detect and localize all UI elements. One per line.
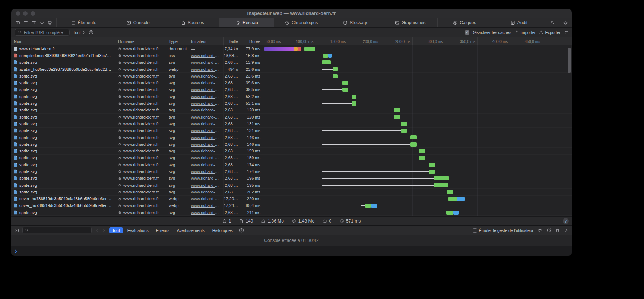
console-prompt-input[interactable] [11,246,572,256]
table-row[interactable]: sprite.svgwww.richard-dern.frsvgwww.rich… [11,93,572,100]
initiator-link[interactable]: www.richard-d… [191,163,221,167]
table-row[interactable]: sprite.svgwww.richard-dern.frsvgwww.rich… [11,59,572,66]
vertical-scrollbar[interactable] [568,46,571,215]
initiator-link[interactable]: www.richard-d… [191,135,221,140]
clear-network-button[interactable] [564,30,568,35]
console-tab-tout[interactable]: Tout [109,227,123,233]
table-row[interactable]: sprite.svgwww.richard-dern.frsvgwww.rich… [11,114,572,120]
column-header-taille[interactable]: Taille [224,37,241,45]
table-row[interactable]: sprite.svgwww.richard-dern.frsvgwww.rich… [11,148,572,154]
url-filter-input[interactable]: Filtrer l'URL complète [15,29,70,36]
zoom-button[interactable] [31,11,35,16]
initiator-link[interactable]: www.richard-d… [191,169,221,174]
table-row[interactable]: sprite.svgwww.richard-dern.frsvgwww.rich… [11,161,572,168]
column-header-duree[interactable]: Durée [241,37,263,45]
initiator-link[interactable]: www.richard-d… [191,155,221,160]
table-row[interactable]: avatar_hu85ecc3e298728880b0bde2dcc4e5c23… [11,66,572,73]
tab-storage[interactable]: Stockage [329,18,383,27]
table-row[interactable]: sprite.svgwww.richard-dern.frsvgwww.rich… [11,86,572,93]
initiator-link[interactable]: www.richard-d… [191,196,221,201]
nav-forward-button[interactable] [102,228,106,233]
tab-audit[interactable]: Audit [492,18,546,27]
clear-console-button[interactable] [555,228,560,233]
filter-options-button[interactable] [89,30,93,35]
import-button[interactable]: Importer [514,30,536,35]
initiator-link[interactable]: www.richard-d… [191,149,221,153]
table-row[interactable]: sprite.svgwww.richard-dern.frsvgwww.rich… [11,182,572,189]
initiator-link[interactable]: www.richard-d… [191,142,221,147]
console-messages-button[interactable] [537,228,542,233]
tab-sources[interactable]: Sources [165,18,220,27]
console-tab-avertissements[interactable]: Avertissements [174,227,208,233]
console-tab-historiques[interactable]: Historiques [209,227,236,233]
column-header-nom[interactable]: Nom [11,37,115,45]
table-row[interactable]: sprite.svgwww.richard-dern.frsvgwww.rich… [11,100,572,107]
console-filter-options-button[interactable] [239,228,244,233]
toggle-bottom-panel-icon[interactable] [23,21,28,25]
tab-timelines[interactable]: Chronologies [274,18,329,27]
initiator-link[interactable]: www.richard-d… [191,190,221,194]
initiator-link[interactable]: www.richard-d… [191,74,221,78]
initiator-link[interactable]: www.richard-d… [191,81,221,85]
toggle-left-sidebar-icon[interactable] [15,21,20,25]
initiator-link[interactable]: www.richard-d… [191,115,221,119]
table-row[interactable]: sprite.svgwww.richard-dern.frsvgwww.rich… [11,79,572,86]
toggle-right-sidebar-icon[interactable] [32,21,37,25]
table-row[interactable]: sprite.svgwww.richard-dern.frsvgwww.rich… [11,155,572,161]
tab-network[interactable]: Réseau [220,18,274,27]
toolbar-settings-button[interactable] [559,18,572,27]
initiator-link[interactable]: www.richard-d… [191,101,221,106]
type-filter-dropdown[interactable]: Tout [73,30,85,35]
table-row[interactable]: sprite.svgwww.richard-dern.frsvgwww.rich… [11,73,572,79]
table-row[interactable]: sprite.svgwww.richard-dern.frsvgwww.rich… [11,128,572,134]
initiator-link[interactable]: www.richard-d… [191,210,221,215]
console-scope-button[interactable] [15,228,19,233]
initiator-link[interactable]: www.richard-d… [191,53,221,58]
initiator-link[interactable]: www.richard-d… [191,203,221,208]
table-row[interactable]: www.richard-dern.frwww.richard-dern.frdo… [11,45,572,52]
element-picker-icon[interactable] [40,21,44,25]
initiator-link[interactable]: www.richard-d… [191,183,221,188]
column-header-type[interactable]: Type [166,37,188,45]
initiator-link[interactable]: www.richard-d… [191,94,221,99]
toolbar-search-button[interactable] [546,18,559,27]
table-row[interactable]: compiled.min.38390909f303624ed9e1cf1bd3f… [11,52,572,59]
tab-console[interactable]: Console [111,18,165,27]
emulate-user-gesture-checkbox[interactable]: Émuler le geste de l'utilisateur [473,228,533,233]
table-row[interactable]: sprite.svgwww.richard-dern.frsvgwww.rich… [11,107,572,114]
initiator-link[interactable]: www.richard-d… [191,60,221,64]
table-row[interactable]: cover_hu736519dc3b5040cfa48b6b559b6de6ec… [11,196,572,202]
initiator-link[interactable]: www.richard-d… [191,67,221,72]
help-button[interactable]: ? [563,218,569,224]
tab-layers[interactable]: Calques [438,18,492,27]
initiator-link[interactable]: www.richard-d… [191,176,221,180]
console-tab-erreurs[interactable]: Erreurs [153,227,172,233]
console-search-input[interactable] [22,227,92,233]
disable-caches-checkbox[interactable]: ✓ Désactiver les caches [465,30,511,35]
nav-back-button[interactable] [95,228,99,233]
table-row[interactable]: sprite.svgwww.richard-dern.frsvgwww.rich… [11,120,572,127]
table-row[interactable]: cover_hu736519dc3b5040cfa48b6b559b6de6ec… [11,202,572,209]
device-settings-icon[interactable] [48,21,52,25]
table-row[interactable]: sprite.svgwww.richard-dern.frsvgwww.rich… [11,141,572,148]
initiator-link[interactable]: www.richard-d… [191,108,221,112]
tab-graphics[interactable]: Graphismes [383,18,438,27]
table-row[interactable]: sprite.svgwww.richard-dern.frsvgwww.rich… [11,209,572,216]
tab-elements[interactable]: Éléments [57,18,111,27]
initiator-link[interactable]: www.richard-d… [191,122,221,126]
table-row[interactable]: sprite.svgwww.richard-dern.frsvgwww.rich… [11,175,572,182]
console-reload-button[interactable] [546,228,551,233]
initiator-link[interactable]: www.richard-d… [191,87,221,92]
column-header-initiateur[interactable]: Initiateur [188,37,224,45]
table-row[interactable]: sprite.svgwww.richard-dern.frsvgwww.rich… [11,189,572,195]
column-header-domaine[interactable]: Domaine [115,37,166,45]
console-tab-valuations[interactable]: Évaluations [124,227,152,233]
minimize-button[interactable] [23,11,28,16]
table-row[interactable]: sprite.svgwww.richard-dern.frsvgwww.rich… [11,168,572,175]
scrollbar-thumb[interactable] [568,48,571,73]
table-row[interactable]: sprite.svgwww.richard-dern.frsvgwww.rich… [11,134,572,141]
export-button[interactable]: Exporter [539,30,561,35]
close-button[interactable] [16,11,20,16]
collapse-console-button[interactable] [564,228,568,233]
initiator-link[interactable]: www.richard-d… [191,128,221,133]
